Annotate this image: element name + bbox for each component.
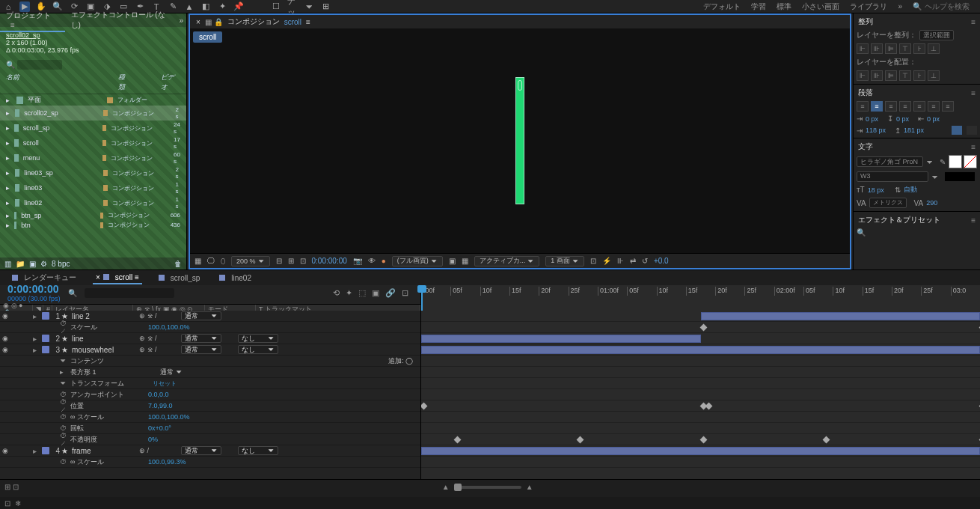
p-left-icon[interactable]: ≡ (857, 101, 869, 112)
zoom-dropdown[interactable]: 200 %⏷ (231, 256, 270, 266)
flowchart-icon[interactable]: ⇄ (630, 257, 636, 265)
viewer-timecode[interactable]: 0:00:00:00 (312, 257, 347, 265)
project-item[interactable]: ▸line03_spコンポジション2 s (0, 165, 186, 180)
playhead[interactable] (421, 285, 423, 311)
panel-menu-icon[interactable]: ≡ (971, 89, 976, 97)
roi-icon[interactable]: ▣ (449, 257, 456, 265)
align-target-select[interactable]: 選択範囲 (919, 30, 954, 40)
panel-menu-icon[interactable]: ≡ (10, 21, 15, 29)
font-select[interactable]: ヒラギノ角ゴ ProN (857, 156, 923, 167)
indent-left[interactable]: 0 px (866, 115, 878, 123)
toggle-switches-icon[interactable]: ⊞ ⊡ (4, 483, 19, 491)
project-item[interactable]: ▸btn_spコンポジション606 (0, 210, 186, 220)
timeline-icon[interactable]: ⊪ (617, 257, 624, 265)
track-row[interactable] (421, 445, 980, 457)
project-item[interactable]: ▸scroll_spコンポジション24 s (0, 121, 186, 135)
ws-library[interactable]: ライブラリ (850, 1, 887, 12)
status-icon-1[interactable]: ⊡ (4, 499, 10, 508)
panel-overflow-icon[interactable]: » (179, 16, 186, 25)
ws-small[interactable]: 小さい画面 (802, 1, 839, 12)
property-row[interactable]: ⏷コンテンツ追加: ◯ (0, 356, 420, 367)
guides-icon[interactable]: ⊡ (300, 257, 306, 265)
p-j3-icon[interactable]: ≡ (928, 101, 940, 112)
col-type[interactable]: 種類 (118, 73, 131, 92)
weight-select[interactable]: W3 (857, 171, 928, 182)
track-row[interactable] (421, 333, 980, 344)
dist-3-icon[interactable]: ⊫ (885, 70, 897, 81)
ws-standard[interactable]: 標準 (777, 1, 791, 12)
snap-dropdown-icon[interactable]: ⏷ (304, 1, 314, 12)
property-row[interactable]: ⏷トランスフォームリセット (0, 378, 420, 389)
align-bottom-icon[interactable]: ⊥ (928, 43, 940, 54)
font-size[interactable]: 18 px (868, 186, 884, 194)
snapshot-icon[interactable]: 📷 (353, 257, 362, 265)
track-row[interactable] (421, 457, 980, 468)
panel-menu-icon[interactable]: ≡ (971, 216, 976, 225)
project-item[interactable]: ▸btnコンポジション436 (0, 220, 186, 230)
help-search-input[interactable] (925, 2, 977, 10)
project-item[interactable]: ▸menuコンポジション60 s (0, 150, 186, 165)
tracking[interactable]: 290 (926, 199, 937, 207)
track-row[interactable] (421, 322, 980, 333)
p-right-icon[interactable]: ≡ (885, 101, 897, 112)
roto-tool-icon[interactable]: ✦ (217, 1, 227, 12)
p-j2-icon[interactable]: ≡ (913, 101, 925, 112)
timecode[interactable]: 0:00:00:00 (7, 283, 61, 295)
space-before[interactable]: 0 px (896, 115, 909, 123)
status-icon-2[interactable]: ❄ (15, 499, 21, 508)
settings-icon[interactable]: ⚙ (40, 260, 47, 268)
monitor-icon[interactable]: 🖵 (207, 257, 215, 265)
track-row[interactable] (421, 356, 980, 367)
dist-5-icon[interactable]: ⊦ (913, 70, 925, 81)
kerning[interactable]: メトリクス (869, 198, 907, 208)
color-swatch[interactable] (945, 172, 975, 181)
view-dropdown[interactable]: 1 画面⏷ (545, 256, 584, 266)
rtl-toggle[interactable] (952, 126, 962, 135)
show-snap-icon[interactable]: 👁 (368, 257, 376, 265)
layer-row[interactable]: ◉▸2★line⊕ ※ /通常 ⏷なし ⏷ (0, 333, 420, 344)
grid-icon[interactable]: ⊞ (288, 257, 294, 265)
p-j1-icon[interactable]: ≡ (899, 101, 911, 112)
timeline-ruler[interactable]: :00f05f10f15f20f25f01:00f05f10f15f20f25f… (420, 285, 980, 311)
color-icon[interactable]: ● (382, 257, 386, 265)
eyedropper-icon[interactable]: ✎ (940, 158, 946, 166)
p-center-icon[interactable]: ≡ (871, 101, 883, 112)
property-row[interactable]: ⏱ ⟋不透明度0% (0, 434, 420, 445)
timeline-tracks[interactable] (420, 311, 980, 479)
tl-ic-6[interactable]: ⊡ (402, 288, 408, 298)
transparency-icon[interactable]: ▦ (462, 257, 468, 265)
ws-learn[interactable]: 学習 (751, 1, 766, 12)
fill-swatch[interactable] (949, 155, 962, 168)
p-j4-icon[interactable]: ≡ (942, 101, 954, 112)
track-row[interactable] (421, 378, 980, 389)
stroke-swatch[interactable] (964, 155, 977, 168)
tl-ic-3[interactable]: ⬚ (358, 288, 366, 298)
tl-ic-5[interactable]: 🔗 (385, 288, 396, 298)
track-row[interactable] (421, 434, 980, 445)
property-row[interactable]: ⏱∞ スケール100.0,99.3% (0, 457, 420, 468)
help-search[interactable]: 🔍 (913, 2, 977, 10)
snap-checkbox[interactable]: ☐ (271, 1, 281, 12)
property-row[interactable]: ⏱ ⟋位置7.0,99.0 (0, 400, 420, 412)
puppet-tool-icon[interactable]: 📌 (233, 1, 244, 12)
layer-row[interactable]: ◉▸3★mousewheel⊕ ※ /通常 ⏷なし ⏷ (0, 344, 420, 356)
dist-6-icon[interactable]: ⊥ (928, 70, 940, 81)
ltr-toggle[interactable] (967, 126, 977, 135)
align-hcenter-icon[interactable]: ⊪ (871, 43, 883, 54)
close-tab-icon[interactable]: × (196, 18, 200, 26)
viewer-menu-icon[interactable]: ≡ (306, 18, 310, 26)
canvas-shape[interactable] (515, 77, 524, 204)
tab-effect-controls[interactable]: エフェクトコントロール (なし) (65, 8, 180, 32)
property-row[interactable]: ⏱ ⟋スケール100.0,100.0% (0, 322, 420, 333)
track-row[interactable] (421, 344, 980, 356)
eraser-tool-icon[interactable]: ◧ (200, 1, 211, 12)
ws-default[interactable]: デフォルト (703, 1, 741, 12)
panel-menu-icon[interactable]: ≡ (971, 18, 976, 26)
project-item[interactable]: ▸平面フォルダー (0, 94, 186, 106)
mask-icon[interactable]: ⬯ (221, 257, 225, 266)
dist-1-icon[interactable]: ⊩ (857, 70, 869, 81)
align-right-icon[interactable]: ⊫ (885, 43, 897, 54)
space-after[interactable]: 181 px (904, 127, 924, 134)
project-item[interactable]: ▸scrollコンポジション17 s (0, 135, 186, 150)
new-folder-icon[interactable]: 📁 (16, 260, 25, 268)
